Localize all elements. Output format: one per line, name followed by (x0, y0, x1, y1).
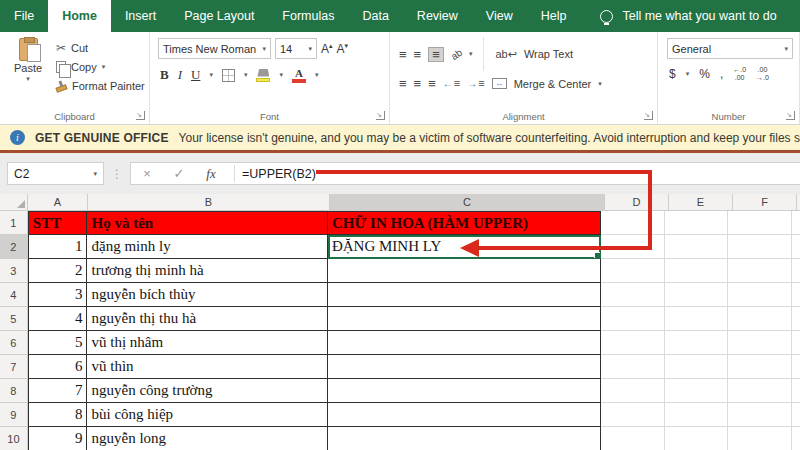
cell-d5[interactable] (601, 307, 665, 331)
column-header-b[interactable]: B (88, 194, 330, 211)
align-right-button[interactable]: ≡ (428, 77, 436, 90)
cell-d1[interactable] (601, 211, 665, 235)
cell[interactable] (792, 259, 800, 283)
cell-f3[interactable] (728, 259, 792, 283)
tab-help[interactable]: Help (527, 0, 581, 32)
cell-f9[interactable] (728, 403, 792, 427)
cell-a5[interactable]: 4 (28, 307, 88, 331)
cell-e8[interactable] (665, 379, 729, 403)
cell-b6[interactable]: vũ thị nhâm (87, 331, 327, 355)
cell-e5[interactable] (665, 307, 729, 331)
column-header-c[interactable]: C (330, 194, 605, 211)
cell-d10[interactable] (601, 427, 665, 450)
cell[interactable] (792, 307, 800, 331)
row-header-1[interactable]: 1 (0, 211, 28, 235)
cell-b10[interactable]: nguyễn long (87, 427, 327, 450)
italic-button[interactable]: I (178, 67, 182, 83)
font-name-combo[interactable]: Times New Roman ▾ (158, 38, 271, 59)
cell-a8[interactable]: 7 (28, 379, 88, 403)
cell-a4[interactable]: 3 (28, 283, 88, 307)
cell-b4[interactable]: nguyễn bích thùy (87, 283, 327, 307)
format-painter-button[interactable]: Format Painter (56, 76, 145, 95)
align-center-button[interactable]: ≡ (414, 77, 422, 90)
cell-a6[interactable]: 5 (28, 331, 88, 355)
align-top-button[interactable]: ≡ (399, 48, 407, 61)
drag-handle-icon[interactable]: ⋮ (104, 167, 130, 181)
select-all-button[interactable] (0, 194, 28, 211)
tab-formulas[interactable]: Formulas (268, 0, 348, 32)
row-header-4[interactable]: 4 (0, 283, 28, 307)
cell-d8[interactable] (601, 379, 665, 403)
row-header-8[interactable]: 8 (0, 379, 28, 403)
merge-center-button[interactable]: Merge & Center (514, 78, 592, 90)
cell-d6[interactable] (601, 331, 665, 355)
cell-d3[interactable] (601, 259, 665, 283)
cell-d4[interactable] (601, 283, 665, 307)
column-header-a[interactable]: A (28, 194, 88, 211)
insert-function-button[interactable]: fx (195, 166, 227, 182)
increase-indent-button[interactable]: →≡ (467, 77, 484, 90)
align-middle-button[interactable]: ≡ (414, 48, 422, 61)
cell[interactable] (792, 331, 800, 355)
cell-e10[interactable] (665, 427, 729, 450)
cell[interactable] (792, 355, 800, 379)
row-header-9[interactable]: 9 (0, 403, 28, 427)
cell-f5[interactable] (728, 307, 792, 331)
cell-c10[interactable] (328, 427, 601, 450)
borders-options-icon[interactable]: ▾ (244, 71, 248, 79)
cell-f2[interactable] (728, 235, 792, 259)
fill-color-options-icon[interactable]: ▾ (279, 71, 283, 79)
underline-options-icon[interactable]: ▾ (209, 71, 213, 79)
decrease-decimal-button[interactable]: .00 →.0 (756, 66, 769, 81)
row-header-3[interactable]: 3 (0, 259, 28, 283)
cell-e4[interactable] (665, 283, 729, 307)
cell-b8[interactable]: nguyễn công trường (87, 379, 327, 403)
row-header-10[interactable]: 10 (0, 427, 28, 450)
cell-a3[interactable]: 2 (28, 259, 88, 283)
merge-options-icon[interactable]: ▾ (598, 80, 602, 88)
cell-f10[interactable] (728, 427, 792, 450)
dialog-launcher-icon[interactable]: ↘ (644, 111, 653, 120)
cell-a7[interactable]: 6 (28, 355, 88, 379)
bold-button[interactable]: B (160, 67, 169, 83)
cell-e2[interactable] (665, 235, 729, 259)
formula-input[interactable]: =UPPER(B2) (242, 167, 316, 181)
tab-page-layout[interactable]: Page Layout (170, 0, 268, 32)
cell-c9[interactable] (328, 403, 601, 427)
cell-a1[interactable]: STT (28, 211, 88, 235)
cell-c5[interactable] (328, 307, 601, 331)
dialog-launcher-icon[interactable]: ↘ (786, 111, 795, 120)
font-color-button[interactable]: A (292, 68, 306, 83)
cell-f1[interactable] (728, 211, 792, 235)
cell-b5[interactable]: nguyễn thị thu hà (87, 307, 327, 331)
cell-e1[interactable] (665, 211, 729, 235)
tell-me-search[interactable]: Tell me what you want to do (600, 0, 776, 32)
font-color-options-icon[interactable]: ▾ (315, 71, 319, 79)
currency-button[interactable]: $ (669, 67, 676, 81)
cell-b1[interactable]: Họ và tên (87, 211, 327, 235)
cell[interactable] (792, 427, 800, 450)
dialog-launcher-icon[interactable]: ↘ (376, 111, 385, 120)
cell-e7[interactable] (665, 355, 729, 379)
cell-b7[interactable]: vũ thìn (87, 355, 327, 379)
decrease-indent-button[interactable]: ←≡ (443, 77, 460, 90)
cell-c3[interactable] (328, 259, 601, 283)
tab-view[interactable]: View (472, 0, 527, 32)
tab-home[interactable]: Home (48, 0, 111, 32)
fill-color-button[interactable] (256, 69, 270, 82)
tab-data[interactable]: Data (348, 0, 402, 32)
cell-d7[interactable] (601, 355, 665, 379)
borders-icon[interactable] (222, 69, 235, 82)
align-left-button[interactable]: ≡ (399, 77, 407, 90)
copy-button[interactable]: Copy ▾ (56, 57, 145, 76)
cell-e6[interactable] (665, 331, 729, 355)
cell[interactable] (792, 283, 800, 307)
cell-a2[interactable]: 1 (28, 235, 88, 259)
comma-style-button[interactable]: , (720, 67, 723, 81)
column-header-d[interactable]: D (605, 194, 669, 211)
name-box[interactable]: C2 ▾ (7, 162, 104, 185)
align-bottom-button[interactable]: ≡ (428, 47, 444, 62)
cut-button[interactable]: ✂ Cut (56, 38, 145, 57)
dialog-launcher-icon[interactable]: ↘ (136, 111, 145, 120)
cell-e9[interactable] (665, 403, 729, 427)
